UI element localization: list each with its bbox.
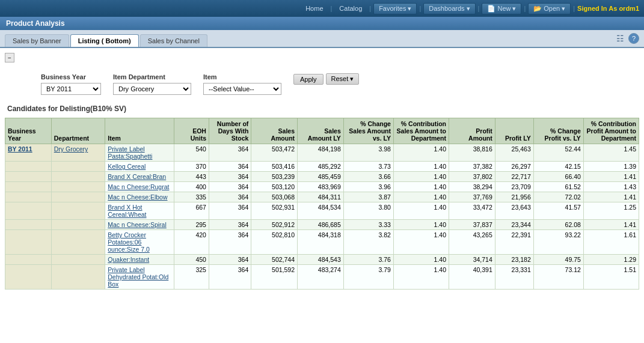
col-header-profit-amt: Profit Amount	[449, 118, 495, 144]
col-header-pct-change-sales: % Change Sales Amount vs. LY	[343, 118, 393, 144]
table-cell-4: 364	[209, 255, 251, 265]
table-cell-2[interactable]: Private Label Dehydrated Potat:Old Box	[105, 265, 174, 290]
table-cell-7: 3.76	[343, 255, 393, 265]
table-cell-0	[5, 230, 52, 255]
table-cell-10: 21,956	[495, 192, 533, 202]
nav-dashboards-label: Dashboards	[429, 5, 464, 12]
col-header-department: Department	[51, 118, 105, 144]
grid-lines-icon[interactable]: ☷	[614, 32, 626, 44]
table-cell-1	[51, 230, 105, 255]
table-cell-0	[5, 202, 52, 220]
item-dept-select[interactable]: Dry Grocery	[113, 83, 191, 95]
table-cell-6: 484,543	[298, 255, 344, 265]
table-cell-3: 400	[174, 182, 209, 192]
app-title: Product Analysis	[6, 19, 65, 28]
nav-divider-4: |	[477, 5, 481, 12]
nav-catalog[interactable]: Catalog	[334, 2, 367, 14]
table-cell-10: 26,297	[495, 162, 533, 172]
table-cell-2[interactable]: Mac n Cheese:Spiral	[105, 220, 174, 230]
table-cell-8: 1.40	[393, 162, 449, 172]
table-cell-9: 34,714	[449, 255, 495, 265]
table-row: Kellog Cereal370364503,416485,2923.731.4…	[5, 162, 639, 172]
col-header-business-year: Business Year	[5, 118, 52, 144]
table-cell-2[interactable]: Mac n Cheese:Elbow	[105, 192, 174, 202]
table-cell-1	[51, 255, 105, 265]
table-cell-5: 503,068	[251, 192, 298, 202]
business-year-select[interactable]: BY 2011	[41, 83, 101, 95]
table-cell-0	[5, 182, 52, 192]
col-header-pct-contrib-profit: % Contribution Profit Amount to Departme…	[583, 118, 639, 144]
table-cell-0	[5, 162, 52, 172]
table-cell-5: 502,931	[251, 202, 298, 220]
nav-open-label: Open	[544, 5, 560, 12]
table-cell-8: 1.40	[393, 255, 449, 265]
table-cell-8: 1.40	[393, 220, 449, 230]
table-cell-12: 1.41	[583, 220, 639, 230]
nav-divider-3: |	[418, 5, 422, 12]
nav-favorites-btn[interactable]: Favorites ▾	[373, 3, 417, 14]
table-cell-12: 1.41	[583, 172, 639, 182]
tabs-bar: Sales by Banner Listing ( Bottom) Sales …	[0, 30, 644, 48]
table-cell-2[interactable]: Kellog Cereal	[105, 162, 174, 172]
nav-new-label: New	[497, 5, 511, 12]
table-cell-2[interactable]: Private Label Pasta:Spaghetti	[105, 144, 174, 162]
nav-new-btn[interactable]: 📄 New ▾	[482, 3, 521, 14]
table-cell-6: 483,274	[298, 265, 344, 290]
table-cell-6: 484,311	[298, 192, 344, 202]
collapse-row: −	[5, 53, 639, 62]
table-cell-3: 295	[174, 220, 209, 230]
item-select[interactable]: --Select Value--	[203, 83, 281, 95]
collapse-button[interactable]: −	[5, 53, 14, 62]
table-cell-5: 502,744	[251, 255, 298, 265]
table-cell-2[interactable]: Brand X Cereal:Bran	[105, 172, 174, 182]
table-cell-2[interactable]: Mac n Cheese:Rugrat	[105, 182, 174, 192]
table-cell-2[interactable]: Betty Crocker Potatoes:06 ounce:Size 7.0	[105, 230, 174, 255]
table-cell-9: 37,382	[449, 162, 495, 172]
table-cell-5: 502,912	[251, 220, 298, 230]
nav-dashboards-btn[interactable]: Dashboards ▾	[423, 3, 475, 14]
table-cell-1	[51, 172, 105, 182]
table-cell-3: 450	[174, 255, 209, 265]
table-row: Private Label Dehydrated Potat:Old Box32…	[5, 265, 639, 290]
tab-sales-by-channel[interactable]: Sales by Channel	[140, 34, 207, 47]
table-cell-7: 3.87	[343, 192, 393, 202]
table-cell-12: 1.41	[583, 192, 639, 202]
table-cell-8: 1.40	[393, 265, 449, 290]
item-dept-label: Item Department	[113, 73, 191, 80]
table-cell-6: 484,534	[298, 202, 344, 220]
item-label: Item	[203, 73, 281, 80]
table-cell-12: 1.61	[583, 230, 639, 255]
nav-home[interactable]: Home	[301, 2, 328, 14]
table-cell-0[interactable]: BY 2011	[5, 144, 52, 162]
table-cell-2[interactable]: Brand X Hot Cereal:Wheat	[105, 202, 174, 220]
table-cell-10: 25,463	[495, 144, 533, 162]
reset-button[interactable]: Reset ▾	[326, 73, 360, 85]
table-cell-3: 335	[174, 192, 209, 202]
tab-listing-bottom[interactable]: Listing ( Bottom)	[70, 34, 139, 47]
table-cell-11: 42.15	[533, 162, 583, 172]
help-icon[interactable]: ?	[628, 33, 639, 44]
nav-open-btn[interactable]: 📂 Open ▾	[528, 3, 571, 14]
tab-sales-by-banner[interactable]: Sales by Banner	[5, 34, 69, 47]
col-header-pct-contrib-sales: % Contribution Sales Amount to Departmen…	[393, 118, 449, 144]
item-filter-group: Item --Select Value--	[203, 73, 281, 95]
new-chevron-icon: ▾	[512, 5, 516, 13]
table-cell-1[interactable]: Dry Grocery	[51, 144, 105, 162]
table-cell-3: 443	[174, 172, 209, 182]
table-cell-3: 370	[174, 162, 209, 172]
table-cell-3: 420	[174, 230, 209, 255]
top-nav-links: Home | Catalog | Favorites ▾ | Dashboard…	[301, 2, 639, 14]
apply-button[interactable]: Apply	[293, 74, 324, 85]
table-cell-5: 503,239	[251, 172, 298, 182]
table-cell-1	[51, 162, 105, 172]
nav-divider-2: |	[368, 5, 372, 12]
table-cell-4: 364	[209, 265, 251, 290]
folder-open-icon: 📂	[533, 5, 542, 13]
table-cell-5: 503,120	[251, 182, 298, 192]
data-table: Business Year Department Item EOH Units …	[5, 118, 639, 290]
table-cell-11: 52.44	[533, 144, 583, 162]
table-cell-2[interactable]: Quaker:Instant	[105, 255, 174, 265]
table-cell-10: 22,717	[495, 172, 533, 182]
business-year-filter-group: Business Year BY 2011	[41, 73, 101, 95]
col-header-sales-amt: Sales Amount	[251, 118, 298, 144]
